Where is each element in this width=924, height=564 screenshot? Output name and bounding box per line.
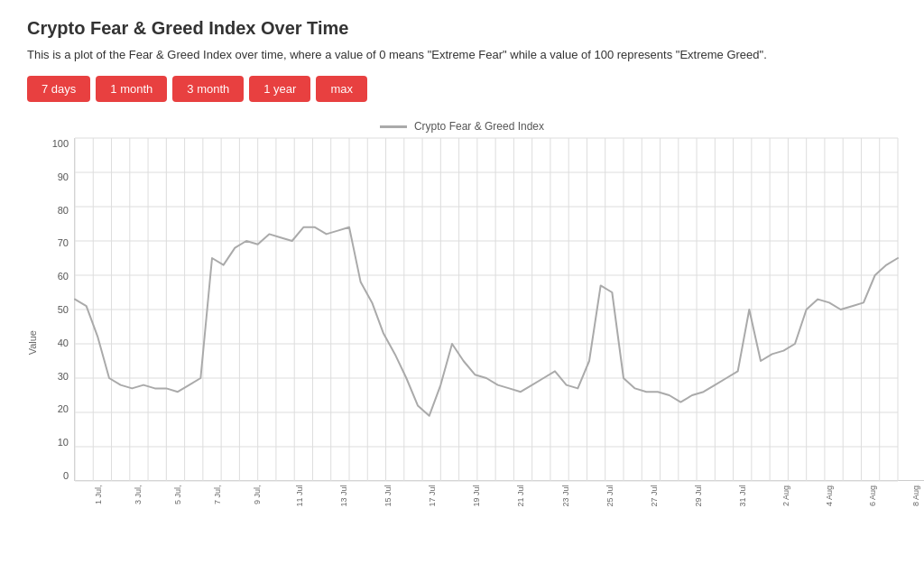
y-tick: 10 [58,437,69,448]
y-tick: 40 [58,337,69,348]
btn-1year[interactable]: 1 year [249,76,310,102]
btn-1month[interactable]: 1 month [96,76,167,102]
page-title: Crypto Fear & Greed Index Over Time [27,18,897,39]
x-tick: 8 Aug, 2024 [911,485,924,506]
legend-label: Crypto Fear & Greed Index [414,120,544,133]
y-tick: 50 [58,304,69,315]
chart-container: Crypto Fear & Greed Index Value 10090807… [27,120,897,548]
y-tick: 20 [58,403,69,414]
y-tick: 0 [63,470,69,481]
time-range-buttons: 7 days 1 month 3 month 1 year max [27,76,897,102]
y-tick: 70 [58,237,69,248]
y-tick: 90 [58,171,69,182]
y-axis-wrapper: Value 1009080706050403020100 [27,138,74,548]
btn-3month[interactable]: 3 month [172,76,244,102]
y-tick: 100 [52,138,69,149]
y-tick: 30 [58,371,69,382]
legend-line-icon [380,125,407,128]
chart-area: Value 1009080706050403020100 1 Jul, 2024… [27,138,897,548]
btn-7days[interactable]: 7 days [27,76,90,102]
chart-svg [75,138,924,480]
chart-plot [74,138,924,481]
y-tick: 80 [58,205,69,216]
x-axis: 1 Jul, 20243 Jul, 20245 Jul, 20247 Jul, … [74,485,924,548]
subtitle: This is a plot of the Fear & Greed Index… [27,48,897,61]
y-axis-label: Value [27,330,38,355]
chart-right: 1 Jul, 20243 Jul, 20245 Jul, 20247 Jul, … [74,138,924,548]
y-tick: 60 [58,271,69,282]
chart-legend: Crypto Fear & Greed Index [27,120,897,133]
y-axis: 1009080706050403020100 [40,138,74,481]
btn-max[interactable]: max [316,76,367,102]
